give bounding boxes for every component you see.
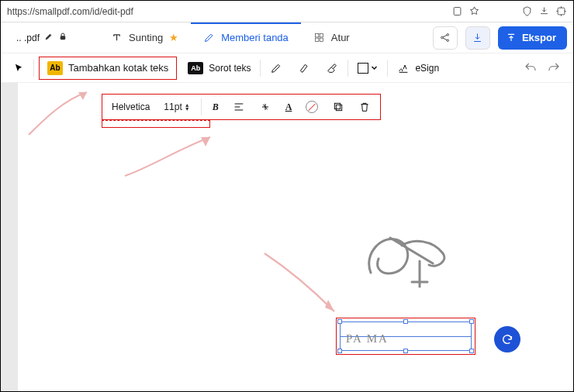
bold-button[interactable]: B (208, 95, 223, 119)
select-tool[interactable] (5, 53, 32, 82)
svg-marker-13 (201, 137, 210, 146)
svg-marker-12 (78, 92, 87, 100)
redo-button[interactable] (544, 61, 564, 75)
share-button[interactable] (433, 26, 458, 50)
svg-point-9 (447, 40, 449, 42)
annotation-arrow (117, 129, 226, 184)
grid-icon (313, 32, 325, 43)
tab-annotate[interactable]: Memberi tanda (191, 22, 301, 53)
marker-tool[interactable] (290, 53, 318, 82)
strikethrough-icon (259, 101, 271, 113)
svg-rect-2 (61, 36, 65, 40)
resize-handle[interactable] (403, 319, 408, 324)
tab-arrange-label: Atur (331, 32, 350, 43)
edit-filename-icon[interactable] (44, 32, 54, 43)
tab-arrange[interactable]: Atur (301, 22, 362, 53)
no-fill-button[interactable] (301, 95, 323, 119)
url-field[interactable] (7, 4, 446, 19)
pen-icon (270, 62, 282, 74)
highlight-label: Sorot teks (209, 63, 251, 74)
esign-label: eSign (415, 63, 439, 74)
text-box-content[interactable]: PA MA (346, 332, 389, 346)
share-icon (439, 32, 451, 43)
extensions-icon[interactable] (555, 5, 567, 18)
refresh-icon (501, 333, 513, 346)
browser-url-bar (1, 1, 573, 22)
pencil-icon (203, 32, 215, 43)
export-button[interactable]: Ekspor (498, 26, 567, 50)
download-icon (472, 32, 483, 43)
svg-rect-5 (315, 38, 318, 41)
ab-dark-badge-icon: Ab (188, 62, 203, 74)
annotation-toolbar: Ab Tambahkan kotak teks Ab Sorot teks eS… (1, 53, 573, 83)
undo-button[interactable] (520, 61, 541, 75)
svg-rect-3 (315, 34, 318, 37)
text-t-icon (111, 32, 123, 43)
upload-icon (506, 33, 517, 43)
undo-icon (524, 61, 538, 75)
resize-handle[interactable] (469, 349, 474, 353)
text-color-button[interactable]: A (281, 95, 297, 119)
svg-rect-10 (337, 105, 342, 110)
export-label: Ekspor (522, 32, 556, 43)
svg-rect-11 (335, 103, 341, 108)
header-bar: .. .pdf Sunting ★ Memberi tanda Atur (1, 22, 573, 53)
svg-rect-1 (558, 8, 565, 15)
separator (33, 60, 34, 77)
duplicate-button[interactable] (327, 95, 349, 119)
star-icon: ★ (169, 33, 178, 43)
page-gutter (1, 83, 18, 391)
stepper-arrows-icon: ▲▼ (185, 103, 190, 111)
svg-marker-14 (325, 300, 334, 311)
delete-button[interactable] (354, 95, 375, 119)
download-button[interactable] (465, 26, 490, 50)
highlight-tool[interactable]: Ab Sorot teks (180, 53, 258, 82)
file-name: .. .pdf (16, 32, 67, 43)
resize-handle[interactable] (337, 349, 342, 353)
svg-rect-6 (320, 38, 323, 41)
signature-icon (397, 62, 410, 74)
annotation-arrow (257, 246, 350, 323)
freehand-drawing[interactable] (359, 226, 452, 296)
text-format-toolbar-extra (102, 120, 210, 128)
font-size-stepper[interactable]: 11pt ▲▼ (159, 95, 194, 119)
add-text-label: Tambahkan kotak teks (68, 62, 168, 74)
lock-icon[interactable] (58, 32, 67, 43)
tab-edit[interactable]: Sunting ★ (99, 22, 191, 53)
tab-edit-label: Sunting (129, 32, 163, 43)
resize-handle[interactable] (403, 349, 408, 353)
font-family-select[interactable]: Helvetica (107, 95, 154, 119)
bookmark-outline-icon[interactable] (451, 5, 463, 18)
file-name-label: .. .pdf (16, 33, 40, 43)
align-button[interactable] (228, 95, 250, 119)
resize-handle[interactable] (469, 319, 474, 324)
no-color-icon (306, 101, 318, 113)
download-tray-icon[interactable] (538, 5, 550, 18)
floating-action-button[interactable] (494, 326, 520, 352)
star-outline-icon[interactable] (468, 5, 480, 18)
pen-tool[interactable] (262, 53, 290, 82)
trash-icon (358, 101, 371, 113)
redo-icon (547, 61, 561, 75)
eraser-tool[interactable] (318, 53, 346, 82)
font-color-icon: A (285, 101, 292, 113)
text-box-selected[interactable]: PA MA (336, 318, 475, 355)
svg-rect-4 (320, 34, 323, 37)
document-canvas[interactable]: Helvetica 11pt ▲▼ B A (1, 83, 573, 391)
strike-button[interactable] (254, 95, 276, 119)
tab-annotate-label: Memberi tanda (221, 32, 289, 43)
marker-icon (298, 62, 310, 74)
chevron-down-icon (371, 63, 378, 74)
resize-handle[interactable] (337, 319, 342, 324)
separator (387, 60, 388, 77)
svg-point-8 (447, 34, 449, 36)
ab-badge-icon: Ab (47, 61, 63, 75)
esign-tool[interactable]: eSign (389, 53, 447, 82)
shape-tool[interactable] (350, 53, 386, 82)
copy-icon (332, 101, 344, 113)
cursor-icon (13, 63, 24, 74)
separator (348, 60, 348, 77)
eraser-icon (326, 62, 338, 74)
shield-icon[interactable] (520, 5, 533, 18)
add-text-tool[interactable]: Ab Tambahkan kotak teks (39, 57, 177, 80)
